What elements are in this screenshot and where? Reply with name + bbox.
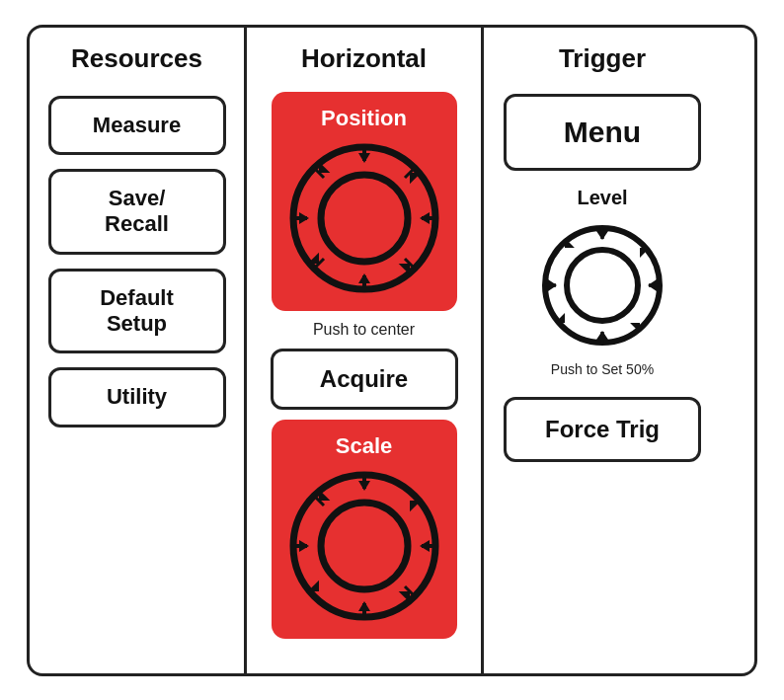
svg-marker-25	[358, 601, 370, 611]
trigger-title: Trigger	[559, 43, 646, 74]
main-container: Resources Measure Save/Recall DefaultSet…	[27, 25, 757, 676]
save-recall-button[interactable]: Save/Recall	[48, 169, 226, 255]
svg-marker-27	[420, 540, 430, 552]
svg-point-35	[567, 250, 638, 321]
horizontal-title: Horizontal	[301, 43, 427, 74]
position-label: Position	[321, 106, 407, 131]
svg-point-34	[545, 228, 660, 343]
position-knob-container: Position	[272, 92, 457, 311]
default-setup-button[interactable]: DefaultSetup	[48, 269, 226, 354]
svg-point-1	[321, 175, 408, 262]
push-to-set-label: Push to Set 50%	[551, 361, 654, 377]
svg-point-19	[321, 503, 408, 589]
measure-button[interactable]: Measure	[48, 96, 226, 155]
svg-marker-6	[358, 153, 370, 163]
svg-marker-24	[358, 481, 370, 491]
force-trig-button[interactable]: Force Trig	[504, 397, 701, 463]
svg-marker-8	[299, 212, 309, 224]
push-to-center-label: Push to center	[313, 321, 415, 339]
resources-panel: Resources Measure Save/Recall DefaultSet…	[30, 28, 247, 673]
scale-label: Scale	[336, 433, 393, 459]
scale-knob-container: Scale	[272, 420, 457, 639]
menu-button[interactable]: Menu	[504, 94, 701, 171]
scale-knob[interactable]	[285, 467, 443, 625]
svg-marker-26	[299, 540, 309, 552]
level-knob[interactable]	[538, 221, 666, 350]
svg-marker-9	[420, 212, 430, 224]
resources-title: Resources	[71, 43, 202, 74]
svg-marker-7	[358, 273, 370, 283]
level-label: Level	[577, 187, 627, 209]
trigger-panel: Trigger Menu Level Push to Set 50% Force…	[484, 28, 721, 673]
svg-marker-42	[548, 279, 557, 291]
svg-marker-40	[596, 231, 608, 240]
acquire-button[interactable]: Acquire	[271, 349, 458, 411]
horizontal-panel: Horizontal Position	[247, 28, 484, 673]
position-knob[interactable]	[285, 139, 443, 297]
svg-marker-43	[648, 279, 657, 291]
utility-button[interactable]: Utility	[48, 367, 226, 427]
svg-marker-41	[596, 331, 608, 340]
